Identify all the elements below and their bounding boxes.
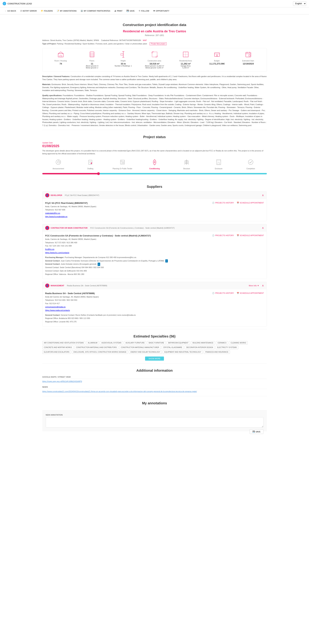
management-more-info[interactable]: More Info ▼ [249,284,259,286]
cadastral-label: Cadastral Reference: 9675407VK3997N0001B… [101,39,141,41]
developer-schedule[interactable]: 📅 SCHEDULE APPOINTMENT [237,202,264,204]
svg-rect-9 [121,54,123,55]
company-icon: 🏢 [80,10,83,12]
management-website-link[interactable]: https://www.realia.es/contacto [45,309,70,311]
materials-block: Materials: Enclosures: Brick; Security D… [42,83,267,92]
top-bar: CONSTRUCTION LEAD English [0,0,309,7]
project-subtitle: Residencial en calle Austria de Tres Can… [42,30,267,33]
progress-marker [97,172,100,175]
google-maps-section: GOOGLE MAPS / STREET VIEW https://maps.a… [42,376,267,382]
annotations-section: NEW ANNOTATION 💾 SAVE [42,410,267,431]
type-label: Type of Project: [42,43,56,45]
nav-back[interactable]: ← GO BACK [3,9,18,13]
contractor-header[interactable]: 👤 CONTRACTOR OR MAIN CONSTRUCTOR FCC Con… [42,224,267,232]
contractor-website-link[interactable]: https://www.fcc.com/contacto [45,252,70,254]
nav-annotations[interactable]: 📝 MY ANNOTATIONS [55,9,78,13]
contractor-contact4: General Contact: Dpto de Edificación 915… [45,269,264,273]
contractor-projects-history[interactable]: 🕐 PROJECTS HISTORY [212,234,234,236]
contractor-contact3: General Contact: Sede Central (Barcelona… [45,266,264,269]
notify-icon: ⚠ [20,10,22,12]
contractor-email-link[interactable]: fcc@fcc.es [45,248,54,250]
specialties-title: Estimated Specialties (56) [42,334,267,338]
svg-rect-28 [88,160,92,164]
top-bar-right: English [293,1,306,6]
stat-budget-value: 11,172,273.06€ [203,62,231,65]
stat-res-area-label: Residential Area: [172,60,200,62]
language-select[interactable]: English [293,1,306,6]
show-more-container: SHOW MORE [42,356,267,360]
stat-residential-area: Residential Area: 11,262 m² Garage Area:… [170,51,201,69]
management-header-left: 👤 MANAGEMENT Realia Business SA - Sede C… [45,284,107,288]
quality-block: Quality specifications: Foundations: Fou… [42,94,267,127]
stage-drafting-label: Drafting [74,168,106,170]
management-projects-history[interactable]: 🕐 PROJECTS HISTORY [212,292,234,294]
developer-email-link[interactable]: realestate@fcc.es [45,212,60,214]
nav-notify[interactable]: ⚠ NOTIFY ERROR [18,9,39,13]
stage-structure: Structure [170,159,203,170]
contractor-schedule[interactable]: 📅 SCHEDULE APPOINTMENT [237,234,264,236]
nav-follow[interactable]: ☆ FOLLOW [136,9,151,13]
folder-icon: 📁 [41,10,43,12]
eye-icon: 👁 [153,10,155,12]
annotation-textarea[interactable] [46,417,264,428]
developer-header-left: 👤 DEVELOPER FCyC SA FCC Real Estate) (BB… [45,193,99,197]
linkedin-badge-1: in [165,260,168,262]
stage-planning: Planning Or Public Tender [106,159,138,170]
developer-header[interactable]: 👤 DEVELOPER FCyC SA FCC Real Estate) (BB… [42,192,267,199]
completion-icon [235,159,267,167]
address-label: Address: Street Austria, Tres Cantos (28… [42,39,99,41]
back-icon: ← [5,10,7,12]
developer-website-link[interactable]: http://www.fccrealestate.es [45,216,68,218]
contractor-fax: Fax: 917 224 193 / 915 141 008 [45,244,264,248]
contractor-website: https://www.fcc.com/contacto [45,251,264,254]
management-email-link[interactable]: comunicacion@realia.es [45,306,66,308]
nav-opportunity[interactable]: 👁 OPPORTUNITY [151,9,171,13]
stat-constr-area-label: Construction area: [140,60,169,62]
google-maps-link[interactable]: https://maps.app.goo.gl/R6r2qFc6Mb2HGbWP… [42,380,82,382]
show-more-button[interactable]: SHOW MORE [145,356,164,360]
news-link[interactable]: https://www.construdata21.com/2024/04/15… [42,390,197,392]
specialty-tag: CLEANING WORKS [229,341,248,344]
type-value: Parking / Residential Building / Sport f… [57,43,147,45]
specialty-tag: DECORATION INTERIOR DESIGN [185,346,214,349]
announcement-icon [42,159,74,167]
nav-save[interactable]: 💾 SAVE [124,9,136,13]
svg-rect-43 [217,160,221,165]
developer-code: FCyC SA FCC Real Estate) (BB0294747) [65,194,99,196]
quality-text: Foundations: Foundations - Shallow Found… [42,94,267,126]
construction-area-icon [140,51,169,59]
specialty-tag: ENCLOSURE, SITE OFFICES, CONSTRUCTION WO… [72,350,128,354]
stage-completion: Completion [235,159,267,170]
annotations-title: My annotations [42,401,267,405]
contractor-section: 👤 CONTRACTOR OR MAIN CONSTRUCTOR FCC Con… [42,224,267,279]
developer-expand-icon[interactable]: ∧ [262,194,264,197]
management-expand-icon[interactable]: ∧ [262,284,264,287]
status-description: The developer gives details about this p… [42,149,267,155]
nav-company[interactable]: 🏢 MY COMPANY PARTICIPATES [78,9,112,13]
annotation-save-button[interactable]: 💾 SAVE [250,429,264,434]
management-schedule[interactable]: 📅 SCHEDULE APPOINTMENT [237,292,264,294]
stat-height: Height: 33 m Number of Buildings: 1 [108,51,139,69]
developer-telephone: Telephone: 913 567 606 [45,208,264,212]
developer-avatar: 👤 [45,193,49,197]
save-icon: 💾 [126,10,129,12]
management-regional1: Regional Office: Andalucía 955 023 860 /… [45,317,264,320]
app-branding: CONSTRUCTION LEAD [3,2,32,5]
planning-icon [106,159,138,167]
contractor-expand-icon[interactable]: ∧ [262,226,264,230]
nav-bar: ← GO BACK ⚠ NOTIFY ERROR 📁 FOLDERS 📝 MY … [0,7,309,14]
developer-projects-history[interactable]: 🕐 PROJECTS HISTORY [212,202,234,204]
contractor-body: 🕐 PROJECTS HISTORY 📅 SCHEDULE APPOINTMEN… [42,232,267,279]
page-title: Construction project identification data [42,23,267,27]
management-header[interactable]: 👤 MANAGEMENT Realia Business SA - Sede C… [42,282,267,289]
stage-planning-label: Planning Or Public Tender [106,168,138,170]
nav-folders[interactable]: 📁 FOLDERS [39,9,55,13]
map-link[interactable]: MAP [143,39,147,41]
nav-print[interactable]: 🖨 PRINT [112,9,124,13]
management-website: https://www.realia.es/contacto [45,309,264,312]
svg-point-47 [248,160,253,164]
stat-height-label: Height: [109,60,138,62]
progress-fill [42,173,98,174]
google-maps-label: GOOGLE MAPS / STREET VIEW [42,376,267,379]
calendar-icon [234,51,262,59]
